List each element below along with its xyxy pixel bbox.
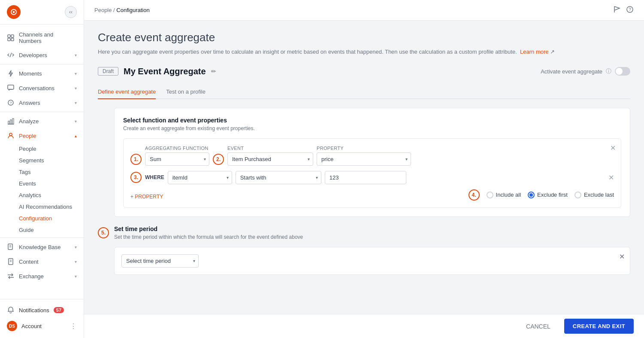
property-wrapper: price ▾ xyxy=(317,152,411,166)
section1-desc: Create an event aggregate from existing … xyxy=(123,125,621,131)
activate-toggle[interactable] xyxy=(615,67,630,76)
svg-rect-2 xyxy=(8,35,10,37)
svg-text:?: ? xyxy=(629,7,631,12)
account-item[interactable]: DS Account ⋮ xyxy=(0,317,84,335)
sidebar-item-analyze[interactable]: Analyze ▾ xyxy=(0,114,84,128)
subnav-guide[interactable]: Guide xyxy=(0,224,84,236)
chart-icon xyxy=(7,117,15,125)
filter-value-input[interactable] xyxy=(325,171,406,184)
chevron-down-icon: ▾ xyxy=(75,259,77,264)
sidebar-item-content[interactable]: Content ▾ xyxy=(0,254,84,269)
step-3-circle: 3. xyxy=(130,172,142,183)
cancel-button[interactable]: CANCEL xyxy=(519,320,557,333)
event-wrapper: Item Purchased ▾ xyxy=(227,152,313,166)
step-1-circle: 1. xyxy=(130,154,142,165)
agg-function-select[interactable]: Sum Count Average Min Max xyxy=(145,152,209,166)
time-period-wrapper: Select time period Last 7 days Last 30 d… xyxy=(121,254,199,268)
sidebar-item-knowledge-base[interactable]: Knowledge Base ▾ xyxy=(0,240,84,254)
notifications-label: Notifications xyxy=(19,307,49,314)
activate-section: Activate event aggregate ⓘ xyxy=(541,67,630,76)
breadcrumb-parent: People xyxy=(94,7,112,13)
subnav-analytics[interactable]: Analytics xyxy=(0,189,84,201)
close-row-icon[interactable]: ✕ xyxy=(610,144,616,152)
notifications-badge: 57 xyxy=(54,307,64,313)
event-select[interactable]: Item Purchased xyxy=(227,152,313,166)
collapse-button[interactable]: ‹‹ xyxy=(65,6,77,18)
book-icon xyxy=(7,243,15,251)
page-header: People / Configuration ? xyxy=(84,0,644,21)
event-header: Draft My Event Aggregate ✏ Activate even… xyxy=(98,67,630,76)
more-icon: ⋮ xyxy=(70,322,77,330)
time-period-title: Set time period xyxy=(114,225,630,232)
property-select[interactable]: price xyxy=(317,152,411,166)
agg-function-wrapper: Sum Count Average Min Max ▾ xyxy=(145,152,209,166)
radio-inner xyxy=(529,193,533,197)
sidebar-item-channels[interactable]: Channels and Numbers xyxy=(0,28,84,48)
divider xyxy=(0,64,84,64)
close-time-icon[interactable]: ✕ xyxy=(619,253,625,261)
chevron-down-icon: ▾ xyxy=(75,119,77,124)
chevron-down-icon: ▾ xyxy=(75,53,77,58)
condition-select[interactable]: Starts with Contains Equals Ends with xyxy=(236,171,321,184)
sidebar-item-developers[interactable]: Developers ▾ xyxy=(0,48,84,62)
close-where-icon[interactable]: ✕ xyxy=(608,174,614,182)
edit-icon[interactable]: ✏ xyxy=(211,68,216,75)
help-icon[interactable]: ? xyxy=(626,6,634,15)
flag-icon[interactable] xyxy=(613,6,621,15)
sidebar-item-people[interactable]: People ▴ xyxy=(0,128,84,143)
exclude-last-label: Exclude last xyxy=(584,192,614,198)
time-period-select[interactable]: Select time period Last 7 days Last 30 d… xyxy=(121,254,199,268)
sidebar-item-moments[interactable]: Moments ▾ xyxy=(0,66,84,81)
add-property-button[interactable]: + PROPERTY xyxy=(130,194,163,200)
subnav-segments[interactable]: Segments xyxy=(0,155,84,166)
divider xyxy=(0,238,84,238)
create-and-exit-button[interactable]: CREATE AND EXIT xyxy=(564,319,634,334)
person-icon xyxy=(7,132,15,140)
sidebar-bottom: Notifications 57 DS Account ⋮ xyxy=(0,299,84,338)
tab-test[interactable]: Test on a profile xyxy=(166,85,206,99)
svg-rect-12 xyxy=(8,121,9,124)
sidebar-item-conversations[interactable]: Conversations ▾ xyxy=(0,81,84,95)
analyze-label: Analyze xyxy=(19,118,70,125)
radio-include-all[interactable]: Include all xyxy=(487,192,521,198)
file-icon xyxy=(7,258,15,265)
svg-line-6 xyxy=(10,53,12,57)
grid-icon xyxy=(7,34,15,42)
step-4-circle: 4. xyxy=(469,189,480,201)
subnav-ai-recommendations[interactable]: AI Recommendations xyxy=(0,201,84,213)
svg-rect-13 xyxy=(10,120,12,124)
divider xyxy=(0,112,84,112)
learn-more-link[interactable]: Learn more xyxy=(520,49,548,55)
page-title: Create event aggregate xyxy=(98,31,630,44)
tab-define[interactable]: Define event aggregate xyxy=(98,85,156,99)
sidebar-item-answers[interactable]: ? Answers ▾ xyxy=(0,95,84,110)
include-all-label: Include all xyxy=(496,192,521,198)
breadcrumb: People / Configuration xyxy=(94,7,150,13)
condition-wrapper: Starts with Contains Equals Ends with ▾ xyxy=(236,171,321,184)
section1-title: Select function and event properties xyxy=(123,117,621,124)
radio-exclude-first[interactable]: Exclude first xyxy=(528,192,568,198)
subnav-events[interactable]: Events xyxy=(0,178,84,189)
code-icon xyxy=(7,51,15,59)
where-label: WHERE xyxy=(145,174,164,180)
main-area: People / Configuration ? Create event ag… xyxy=(84,0,644,338)
notifications-item[interactable]: Notifications 57 xyxy=(0,303,84,317)
page-content: Create event aggregate Here you can aggr… xyxy=(84,21,644,314)
where-field-select[interactable]: itemId xyxy=(168,171,232,184)
radio-exclude-last[interactable]: Exclude last xyxy=(574,192,614,198)
radio-outer xyxy=(487,192,493,198)
agg-function-label: Aggregating function xyxy=(145,146,209,151)
lightning-icon xyxy=(7,70,15,77)
event-aggregate-title: My Event Aggregate xyxy=(124,67,206,76)
sidebar-navigation: Channels and Numbers Developers ▾ Moment… xyxy=(0,24,84,299)
answers-label: Answers xyxy=(19,100,70,106)
sidebar-item-exchange[interactable]: Exchange ▾ xyxy=(0,269,84,283)
chevron-down-icon: ▾ xyxy=(75,274,77,279)
exclude-first-label: Exclude first xyxy=(537,192,568,198)
subnav-configuration[interactable]: Configuration xyxy=(0,213,84,224)
svg-text:?: ? xyxy=(9,101,12,105)
svg-rect-14 xyxy=(12,119,14,124)
subnav-tags[interactable]: Tags xyxy=(0,166,84,178)
subnav-people[interactable]: People xyxy=(0,143,84,155)
activate-label: Activate event aggregate xyxy=(541,68,602,75)
